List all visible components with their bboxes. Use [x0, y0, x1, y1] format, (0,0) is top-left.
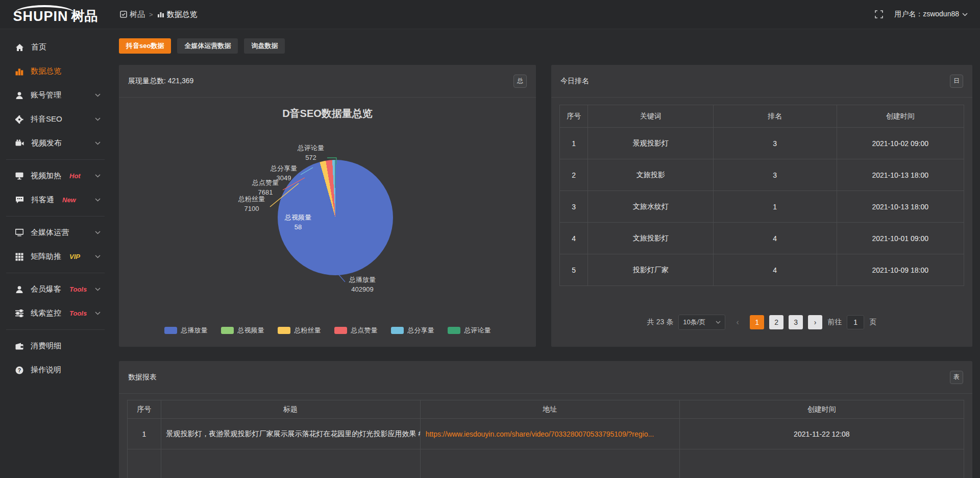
table-cell	[128, 449, 161, 478]
table-cell	[679, 449, 964, 478]
sidebar-divider	[6, 273, 105, 273]
page-size-select[interactable]: 10条/页	[678, 315, 725, 330]
prev-page-button[interactable]: ‹	[730, 315, 745, 329]
table-row: 2文旅投影32021-10-13 18:00	[560, 159, 964, 191]
table-cell[interactable]: https://www.iesdouyin.com/share/video/70…	[420, 419, 679, 449]
table-cell	[420, 449, 679, 478]
table-cell: 4	[560, 223, 588, 254]
table-row: 3文旅水纹灯12021-10-13 18:00	[560, 191, 964, 223]
column-header: 关键词	[588, 105, 714, 128]
sidebar-item-label: 视频加热	[31, 171, 61, 181]
legend-item[interactable]: 总视频量	[221, 326, 264, 335]
table-cell: 1	[560, 128, 588, 159]
sidebar-item[interactable]: 账号管理	[0, 83, 111, 107]
sidebar-item-badge: Tools	[69, 309, 87, 317]
total-view-badge[interactable]: 总	[513, 75, 527, 88]
jump-suffix: 页	[869, 318, 876, 327]
sidebar-item[interactable]: 线索监控Tools	[0, 301, 111, 325]
sidebar-item[interactable]: 抖客通New	[0, 188, 111, 212]
page-button-3[interactable]: 3	[789, 315, 803, 329]
legend-swatch	[278, 327, 290, 334]
table-row: 1景观投影灯32021-10-02 09:00	[560, 128, 964, 159]
video-icon	[15, 139, 24, 147]
table-cell: 文旅投影	[588, 159, 714, 191]
chevron-down-icon	[95, 141, 101, 145]
gear-icon	[15, 115, 23, 124]
ranking-panel-title: 今日排名	[560, 77, 589, 86]
legend-item[interactable]: 总播放量	[164, 326, 208, 335]
breadcrumb-current[interactable]: 数据总览	[157, 10, 198, 19]
legend-label: 总评论量	[464, 326, 491, 335]
sidebar-item[interactable]: 抖音SEO	[0, 107, 111, 131]
logo-arc	[14, 5, 75, 13]
sidebar-item[interactable]: ?操作说明	[0, 358, 111, 382]
tab-全媒体运营数据[interactable]: 全媒体运营数据	[177, 38, 238, 54]
table-row	[128, 449, 964, 478]
sidebar-divider	[6, 329, 105, 330]
sidebar-item-label: 账号管理	[31, 90, 61, 100]
chevron-down-icon	[95, 198, 101, 202]
fullscreen-icon[interactable]	[875, 10, 883, 18]
table-cell: 文旅投影灯	[588, 223, 714, 254]
bar-chart-icon	[15, 67, 23, 76]
breadcrumb-root[interactable]: 树品	[120, 10, 145, 19]
legend-item[interactable]: 总点赞量	[334, 326, 378, 335]
table-cell	[161, 449, 420, 478]
table-view-badge[interactable]: 表	[950, 371, 963, 384]
table-cell: 1	[128, 419, 161, 449]
page-button-2[interactable]: 2	[769, 315, 783, 329]
table-row: 5投影灯厂家42021-10-09 18:00	[560, 254, 964, 286]
tab-抖音seo数据[interactable]: 抖音seo数据	[119, 38, 171, 54]
sidebar-item-label: 首页	[31, 42, 46, 52]
ranking-table: 序号关键词排名创建时间 1景观投影灯32021-10-02 09:002文旅投影…	[559, 105, 964, 286]
pie-label: 总播放量402909	[339, 275, 385, 295]
sidebar-item[interactable]: 首页	[0, 35, 111, 59]
sidebar-item[interactable]: 全媒体运营	[0, 221, 111, 245]
sliders-icon	[15, 309, 23, 317]
sidebar-item-label: 数据总览	[31, 66, 61, 76]
dashboard-icon	[120, 11, 127, 18]
table-cell: 1	[713, 191, 837, 223]
chart-legend: 总播放量总视频量总粉丝量总点赞量总分享量总评论量	[119, 326, 536, 335]
jump-page-input[interactable]	[847, 315, 864, 329]
column-header: 序号	[128, 400, 161, 419]
logo-text-cn: 树品	[71, 7, 98, 25]
sidebar-item[interactable]: 视频发布	[0, 131, 111, 155]
legend-item[interactable]: 总粉丝量	[278, 326, 321, 335]
app-logo: SHUPIN 树品	[0, 4, 111, 25]
column-header: 排名	[713, 105, 837, 128]
table-cell: 2	[560, 159, 588, 191]
user-menu[interactable]: 用户名：zswodun88	[894, 10, 968, 19]
chevron-down-icon	[95, 93, 101, 97]
tab-询盘数据[interactable]: 询盘数据	[244, 38, 285, 54]
column-header: 创建时间	[679, 400, 964, 419]
wallet-icon	[15, 343, 23, 350]
user-icon	[15, 91, 23, 100]
sidebar-item[interactable]: 数据总览	[0, 59, 111, 83]
sidebar-item[interactable]: 矩阵助推VIP	[0, 245, 111, 269]
pie-label: 总评论量572	[291, 144, 331, 163]
table-row: 1景观投影灯，夜游景观投影灯厂家展示展示落花灯在花园里的灯光投影应用效果 #ht…	[128, 419, 964, 449]
chevron-down-icon	[95, 174, 101, 178]
sidebar-item-label: 抖音SEO	[31, 114, 62, 124]
daily-view-badge[interactable]: 日	[950, 75, 963, 88]
table-cell: 文旅水纹灯	[588, 191, 714, 223]
legend-swatch	[164, 327, 177, 334]
sidebar-item-label: 视频发布	[31, 138, 62, 148]
legend-item[interactable]: 总分享量	[391, 326, 434, 335]
question-icon: ?	[15, 366, 23, 374]
legend-swatch	[391, 327, 404, 334]
sidebar-item[interactable]: 会员爆客Tools	[0, 277, 111, 301]
page-button-1[interactable]: 1	[750, 315, 764, 329]
next-page-button[interactable]: ›	[808, 315, 822, 329]
table-cell: 景观投影灯，夜游景观投影灯厂家展示展示落花灯在花园里的灯光投影应用效果 #	[161, 419, 420, 449]
report-panel-title: 数据报表	[128, 373, 157, 382]
table-cell: 投影灯厂家	[588, 254, 714, 286]
table-cell: 2021-11-22 12:08	[679, 419, 964, 449]
sidebar-item[interactable]: 消费明细	[0, 334, 111, 358]
column-header: 标题	[161, 400, 420, 419]
pie-chart-area: D音SEO数据量总览 总播放量402909总视频量58总粉丝量7100总点赞量7…	[119, 98, 536, 346]
sidebar-item[interactable]: 视频加热Hot	[0, 164, 111, 188]
report-table: 序号标题地址创建时间 1景观投影灯，夜游景观投影灯厂家展示展示落花灯在花园里的灯…	[127, 400, 964, 478]
legend-item[interactable]: 总评论量	[448, 326, 491, 335]
